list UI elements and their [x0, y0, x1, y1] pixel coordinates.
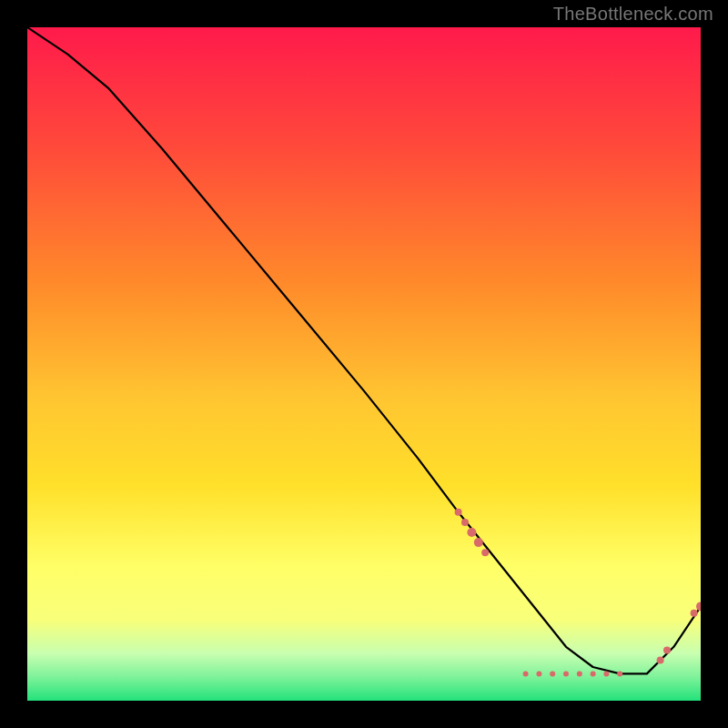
data-marker [603, 671, 609, 676]
data-marker [577, 671, 582, 676]
data-marker [550, 671, 555, 676]
data-marker [617, 671, 622, 676]
data-marker [467, 528, 476, 537]
data-marker [481, 549, 489, 556]
data-marker [523, 671, 529, 676]
data-marker [691, 610, 698, 617]
data-marker [536, 671, 541, 676]
svg-rect-0 [27, 27, 701, 701]
chart-frame: TheBottleneck.com [0, 0, 728, 728]
watermark-text: TheBottleneck.com [553, 4, 713, 25]
data-marker [563, 671, 569, 676]
data-marker [591, 671, 596, 676]
chart-svg [27, 27, 701, 701]
data-marker [474, 538, 483, 547]
data-marker [461, 519, 469, 526]
data-marker [663, 647, 671, 654]
data-marker [455, 509, 462, 516]
chart-plot [27, 27, 701, 701]
data-marker [657, 657, 664, 664]
